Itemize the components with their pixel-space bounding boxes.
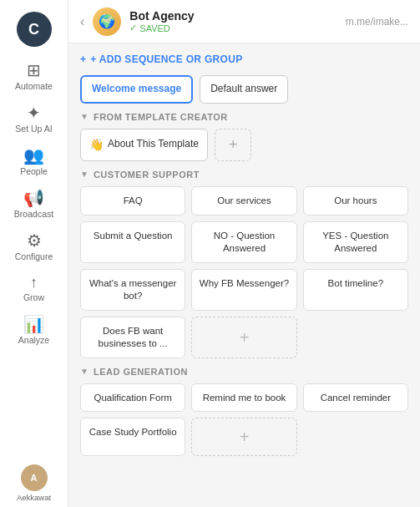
case-study-button[interactable]: Case Study Portfolio <box>80 418 185 456</box>
add-cs-button[interactable]: + <box>191 317 296 358</box>
bot-link: m.me/imake... <box>346 16 408 28</box>
qualification-form-button[interactable]: Qualification Form <box>80 383 185 413</box>
sidebar-item-setup-ai[interactable]: ✦ Set Up AI <box>0 98 68 140</box>
add-template-button[interactable]: + <box>215 129 252 161</box>
setup-ai-icon: ✦ <box>27 104 41 121</box>
welcome-row: Welcome message Default answer <box>80 75 408 104</box>
sidebar-logo[interactable]: C <box>17 12 52 47</box>
default-answer-button[interactable]: Default answer <box>200 75 288 104</box>
people-icon: 👥 <box>23 147 44 164</box>
faq-button[interactable]: FAQ <box>80 186 185 215</box>
bot-info: Bot Agency ✓ SAVED <box>129 9 194 33</box>
sidebar-label-analyze: Analyze <box>18 335 49 345</box>
our-services-button[interactable]: Our services <box>191 186 296 215</box>
sidebar-item-automate[interactable]: ⊞ Automate <box>0 55 68 98</box>
grow-icon: ↑ <box>30 275 38 290</box>
sidebar-label-setup-ai: Set Up AI <box>15 124 52 134</box>
sidebar-item-configure[interactable]: ⚙ Configure <box>0 226 68 268</box>
does-fb-button[interactable]: Does FB want businesses to ... <box>80 317 185 358</box>
customer-support-grid: FAQ Our services Our hours Submit a Ques… <box>80 186 408 358</box>
section-customer-support: ▼ CUSTOMER SUPPORT <box>80 170 408 180</box>
chevron-icon-cs: ▼ <box>80 170 89 179</box>
sidebar-label-grow: Grow <box>23 292 44 302</box>
whats-messenger-button[interactable]: What's a messenger bot? <box>80 269 185 311</box>
cancel-reminder-button[interactable]: Cancel reminder <box>303 383 408 413</box>
template-area: 👋 About This Template + <box>80 129 408 161</box>
plus-icon: + <box>80 53 86 65</box>
check-icon: ✓ <box>129 23 137 33</box>
section-from-template: ▼ FROM TEMPLATE CREATOR <box>80 112 408 122</box>
no-question-button[interactable]: NO - Question Answered <box>191 221 296 263</box>
analyze-icon: 📊 <box>23 316 44 332</box>
section-title-cs: CUSTOMER SUPPORT <box>94 170 200 180</box>
topbar: ‹ 🌍 Bot Agency ✓ SAVED m.me/imake... <box>68 0 420 43</box>
add-sequence-label: + ADD SEQUENCE OR GROUP <box>90 53 242 65</box>
main-panel: ‹ 🌍 Bot Agency ✓ SAVED m.me/imake... + +… <box>68 0 420 507</box>
broadcast-icon: 📢 <box>23 190 44 206</box>
section-title-lg: LEAD GENERATION <box>94 367 188 377</box>
lead-generation-grid: Qualification Form Remind me to book Can… <box>80 383 408 457</box>
remind-book-button[interactable]: Remind me to book <box>191 383 296 413</box>
sidebar-item-broadcast[interactable]: 📢 Broadcast <box>0 183 68 226</box>
username-label: Aekkawat <box>17 493 51 502</box>
about-template-button[interactable]: 👋 About This Template <box>80 129 208 161</box>
sidebar-label-people: People <box>20 166 48 176</box>
why-fb-button[interactable]: Why FB Messenger? <box>191 269 296 311</box>
yes-question-button[interactable]: YES - Question Answered <box>303 221 408 263</box>
section-lead-generation: ▼ LEAD GENERATION <box>80 367 408 377</box>
bot-title: Bot Agency <box>129 9 194 23</box>
sidebar-label-broadcast: Broadcast <box>14 209 53 219</box>
bot-timeline-button[interactable]: Bot timeline? <box>303 269 408 311</box>
back-button[interactable]: ‹ <box>80 14 84 29</box>
saved-status: ✓ SAVED <box>129 23 194 33</box>
add-lead-button[interactable]: + <box>191 418 296 456</box>
automate-icon: ⊞ <box>27 62 41 79</box>
sidebar-item-people[interactable]: 👥 People <box>0 140 68 183</box>
avatar[interactable]: A <box>21 464 48 491</box>
section-title-from-template: FROM TEMPLATE CREATOR <box>94 112 228 122</box>
sidebar-label-automate: Automate <box>15 81 53 91</box>
configure-icon: ⚙ <box>27 232 42 249</box>
welcome-message-button[interactable]: Welcome message <box>80 75 193 104</box>
wave-icon: 👋 <box>89 137 104 152</box>
sidebar-label-configure: Configure <box>15 251 53 261</box>
submit-question-button[interactable]: Submit a Question <box>80 221 185 263</box>
content-area: + + ADD SEQUENCE OR GROUP Welcome messag… <box>68 43 420 507</box>
bot-avatar: 🌍 <box>93 8 121 36</box>
sidebar-item-analyze[interactable]: 📊 Analyze <box>0 309 68 352</box>
sidebar: C ⊞ Automate ✦ Set Up AI 👥 People 📢 Broa… <box>0 0 68 507</box>
sidebar-item-grow[interactable]: ↑ Grow <box>0 268 68 309</box>
chevron-icon: ▼ <box>80 112 89 121</box>
chevron-icon-lg: ▼ <box>80 367 89 376</box>
our-hours-button[interactable]: Our hours <box>303 186 408 215</box>
add-sequence-button[interactable]: + + ADD SEQUENCE OR GROUP <box>80 53 408 65</box>
